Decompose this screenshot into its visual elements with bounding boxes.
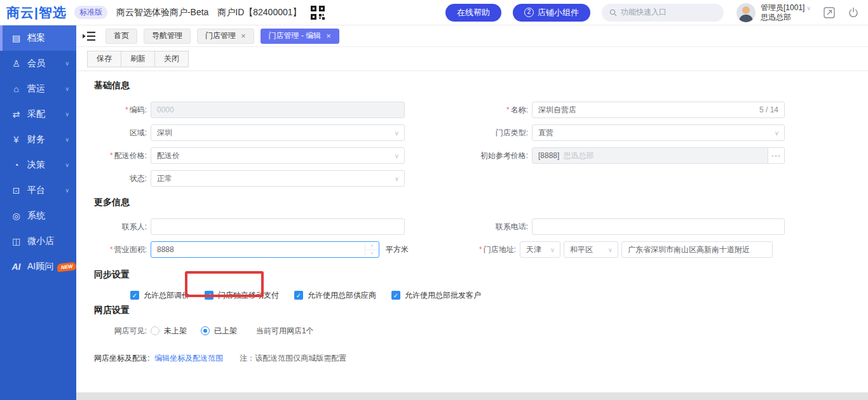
power-icon (848, 7, 859, 18)
delivery-price-select[interactable]: 配送价 ∨ (151, 147, 405, 164)
address-label: *门店地址: (409, 244, 520, 255)
close-icon[interactable]: × (326, 32, 331, 40)
online-help-button[interactable]: 在线帮助 (445, 4, 501, 22)
section-sync-settings: 同步设置 (94, 269, 868, 281)
sidebar-item-platform[interactable]: ⊡ 平台 ∨ (0, 178, 76, 203)
name-field[interactable]: 深圳自营店 5 / 14 (532, 102, 785, 118)
checkbox-allow-hq-suppliers[interactable]: ✓ 允许使用总部供应商 (294, 290, 376, 301)
step-up-icon[interactable]: ∧ (365, 242, 379, 250)
section-more-info: 更多信息 (94, 197, 868, 208)
chevron-down-icon: ∨ (395, 130, 399, 137)
step-down-icon[interactable]: ∨ (365, 250, 379, 258)
address-province-select[interactable]: 天津 ∨ (520, 241, 560, 258)
chevron-down-icon: ∨ (550, 246, 555, 253)
coordinates-note: 注：该配送范围仅商城版需配置 (240, 353, 346, 364)
shop-coordinates-row: 网店坐标及配送: 编辑坐标及配送范围 注：该配送范围仅商城版需配置 (94, 353, 868, 364)
main-content: 首页 导航管理 门店管理 × 门店管理 - 编辑 × 保存 刷新 关闭 基础信息… (76, 25, 868, 400)
gear-icon: ◎ (11, 211, 22, 221)
user-menu[interactable]: 管理员[1001]∨ 思迅总部 (761, 3, 811, 22)
sidebar-item-label: 会员 (27, 58, 45, 69)
sidebar-item-decision[interactable]: ◔ 决策 ∨ (0, 152, 76, 178)
shop-widget-button[interactable]: 2 店铺小组件 (513, 4, 590, 22)
monitor-icon: ⊡ (11, 185, 22, 196)
fullscreen-button[interactable] (824, 7, 835, 18)
sidebar-item-operations[interactable]: ⌂ 营运 ∨ (0, 76, 76, 102)
radio-on-icon (201, 326, 210, 335)
collapse-sidebar-button[interactable] (83, 31, 97, 41)
chevron-down-icon: ∨ (65, 111, 69, 117)
number-stepper[interactable]: ∧ ∨ (365, 242, 379, 257)
chevron-down-icon: ∨ (608, 246, 613, 253)
sidebar-item-finance[interactable]: ¥ 财务 ∨ (0, 127, 76, 152)
horizontal-scrollbar-track[interactable] (76, 392, 868, 400)
tab-label: 门店管理 - 编辑 (269, 30, 322, 41)
tab-label: 门店管理 (205, 30, 236, 41)
tab-store-management-edit[interactable]: 门店管理 - 编辑 × (261, 29, 339, 44)
close-icon[interactable]: × (241, 32, 246, 40)
status-select[interactable]: 正常 ∨ (151, 170, 405, 187)
widget-icon: 2 (524, 8, 534, 17)
area-unit: 平方米 (386, 244, 409, 255)
refresh-button[interactable]: 刷新 (121, 51, 155, 67)
checkbox-allow-hq-pricing[interactable]: ✓ 允许总部调价 (130, 290, 189, 301)
sidebar-item-system[interactable]: ◎ 系统 (0, 203, 76, 229)
sidebar-item-microshop[interactable]: ◫ 微小店 (0, 229, 76, 254)
radio-listed[interactable]: 已上架 (201, 326, 237, 337)
checkbox-checked-icon: ✓ (294, 291, 303, 300)
business-area-field[interactable]: 8888 ∧ ∨ (151, 241, 379, 258)
phone-field[interactable] (532, 218, 785, 235)
tab-home[interactable]: 首页 (105, 29, 137, 44)
sidebar-item-ai-advisor[interactable]: AI AI顾问 NEW (0, 254, 76, 279)
logout-button[interactable] (848, 7, 859, 18)
new-badge: NEW (57, 262, 77, 272)
shop-icon: ◫ (11, 236, 22, 246)
required-mark: * (125, 105, 128, 114)
initial-price-label: 初始参考价格: (405, 150, 532, 161)
tab-label: 首页 (114, 30, 129, 41)
chevron-down-icon: ∨ (65, 86, 69, 92)
address-detail-field[interactable]: 广东省深圳市南山区高新南十道附近 (621, 241, 773, 258)
required-mark: * (110, 245, 113, 254)
initial-price-field[interactable]: [8888] 思迅总部 (532, 147, 768, 164)
quick-search-input[interactable]: 功能快速入口 (602, 4, 724, 22)
sidebar-item-label: 营运 (27, 83, 45, 95)
tab-navigation-management[interactable]: 导航管理 (144, 29, 191, 44)
checkbox-allow-hq-wholesale-customers[interactable]: ✓ 允许使用总部批发客户 (391, 290, 481, 301)
sidebar-item-procurement[interactable]: ⇄ 采配 ∨ (0, 102, 76, 127)
qr-code-icon[interactable] (311, 6, 325, 20)
contact-label: 联系人: (94, 222, 151, 232)
code-field[interactable]: 0000 (151, 102, 405, 118)
status-label: 状态: (94, 173, 151, 184)
sidebar-item-label: 决策 (27, 159, 45, 171)
member-icon: ♙ (11, 58, 22, 69)
wallet-icon: ¥ (11, 135, 22, 145)
close-button[interactable]: 关闭 (154, 51, 189, 67)
radio-not-listed[interactable]: 未上架 (151, 326, 187, 337)
online-help-label: 在线帮助 (457, 7, 490, 18)
store-edit-form: 基础信息 *编码: 0000 *名称: 深圳自营店 5 / 14 区域: 深圳 … (76, 71, 868, 364)
tab-store-management[interactable]: 门店管理 × (197, 29, 254, 44)
sidebar-item-archives[interactable]: ▤ 档案 (0, 25, 76, 51)
store-type-select[interactable]: 直营 ∨ (532, 124, 785, 141)
checkbox-store-mobile-payment[interactable]: ✓ 门店独立移动支付 (205, 290, 279, 301)
initial-price-more-button[interactable]: ··· (768, 147, 785, 164)
address-district-select[interactable]: 和平区 ∨ (564, 241, 618, 258)
checkbox-checked-icon: ✓ (130, 291, 139, 300)
shop-widget-label: 店铺小组件 (538, 7, 579, 18)
ellipsis-icon: ··· (771, 151, 781, 160)
user-avatar[interactable] (736, 3, 756, 22)
sidebar-item-label: 微小店 (27, 236, 54, 247)
user-name: 管理员[1001] (761, 3, 804, 12)
sidebar-item-members[interactable]: ♙ 会员 ∨ (0, 51, 76, 76)
phone-label: 联系电话: (405, 222, 532, 232)
merchant-id: 商户ID【82400001】 (217, 7, 301, 17)
contact-field[interactable] (151, 218, 405, 235)
chevron-down-icon: ∨ (806, 5, 811, 11)
edit-coordinates-link[interactable]: 编辑坐标及配送范围 (154, 353, 223, 364)
chevron-down-icon: ∨ (65, 137, 69, 143)
region-select[interactable]: 深圳 ∨ (151, 124, 405, 141)
sidebar-item-label: 财务 (27, 134, 45, 145)
store-icon: ⌂ (11, 84, 22, 94)
merchant-info: 商云智选体验商户-Beta 商户ID【82400001】 (116, 7, 302, 18)
save-button[interactable]: 保存 (87, 51, 121, 67)
